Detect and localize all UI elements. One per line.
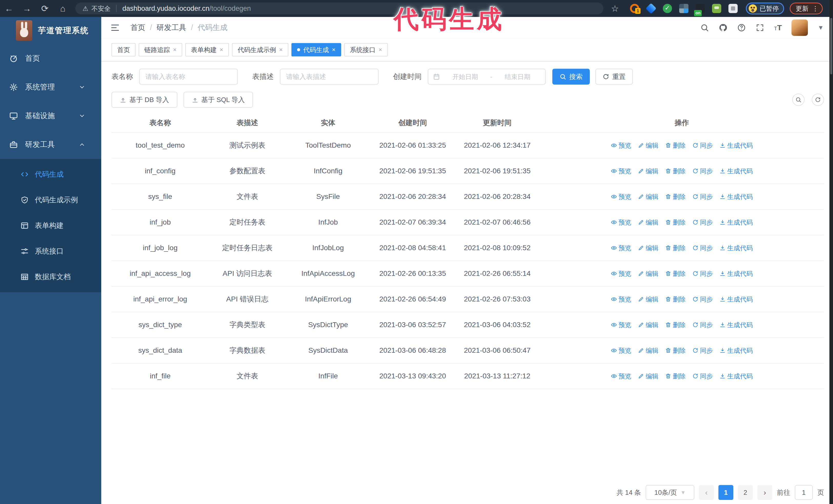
reset-button[interactable]: 重置: [595, 69, 633, 85]
sidebar-item-infrastructure[interactable]: 基础设施: [0, 101, 101, 130]
action-delete-button[interactable]: 删除: [665, 192, 686, 201]
toggle-search-button[interactable]: [792, 94, 805, 106]
extension-icon-3[interactable]: [663, 4, 672, 13]
scrollbar-thumb[interactable]: [830, 18, 832, 74]
app-logo[interactable]: 芋道管理系统: [0, 17, 101, 44]
action-edit-button[interactable]: 编辑: [638, 192, 659, 201]
extension-icon-4[interactable]: [679, 4, 688, 13]
action-preview-button[interactable]: 预览: [611, 346, 631, 355]
tab-close-icon[interactable]: ×: [279, 47, 283, 53]
browser-menu-dots-icon[interactable]: ⋮: [812, 5, 818, 12]
end-date-placeholder[interactable]: 结束日期: [494, 73, 541, 81]
address-bar[interactable]: ⚠ 不安全 dashboard.yudao.iocoder.cn /tool/c…: [75, 3, 603, 14]
sidebar-item-system-api[interactable]: 系统接口: [0, 238, 101, 264]
tab-close-icon[interactable]: ×: [379, 47, 382, 53]
hamburger-icon[interactable]: [111, 23, 120, 32]
import-db-button[interactable]: 基于 DB 导入: [112, 92, 177, 108]
extensions-puzzle-icon[interactable]: [729, 4, 738, 13]
action-sync-button[interactable]: 同步: [692, 192, 713, 201]
bookmark-star-icon[interactable]: ☆: [611, 3, 619, 14]
action-delete-button[interactable]: 删除: [665, 295, 686, 304]
action-edit-button[interactable]: 编辑: [638, 141, 659, 150]
action-sync-button[interactable]: 同步: [692, 372, 713, 380]
extension-icon-2[interactable]: [646, 3, 657, 14]
action-generate-button[interactable]: 生成代码: [719, 269, 753, 278]
action-delete-button[interactable]: 删除: [665, 346, 686, 355]
github-icon[interactable]: [719, 23, 728, 32]
tab-tracing[interactable]: 链路追踪×: [139, 43, 182, 56]
action-generate-button[interactable]: 生成代码: [719, 346, 753, 355]
action-edit-button[interactable]: 编辑: [638, 269, 659, 278]
next-page-button[interactable]: ›: [757, 485, 772, 500]
action-edit-button[interactable]: 编辑: [638, 167, 659, 175]
goto-page-input[interactable]: [795, 485, 813, 500]
sidebar-item-dev-tools[interactable]: 研发工具: [0, 130, 101, 159]
fullscreen-icon[interactable]: [756, 23, 764, 32]
table-desc-input[interactable]: [280, 69, 379, 85]
action-preview-button[interactable]: 预览: [611, 295, 631, 304]
action-edit-button[interactable]: 编辑: [638, 346, 659, 355]
breadcrumb-dev-tools[interactable]: 研发工具: [157, 23, 186, 33]
action-generate-button[interactable]: 生成代码: [719, 141, 753, 150]
action-delete-button[interactable]: 删除: [665, 218, 686, 226]
action-delete-button[interactable]: 删除: [665, 372, 686, 380]
tab-codegen-example[interactable]: 代码生成示例×: [232, 43, 288, 56]
help-icon[interactable]: [737, 23, 746, 32]
action-generate-button[interactable]: 生成代码: [719, 295, 753, 304]
action-delete-button[interactable]: 删除: [665, 167, 686, 175]
action-delete-button[interactable]: 删除: [665, 141, 686, 150]
sidebar-item-db-doc[interactable]: 数据库文档: [0, 264, 101, 290]
page-button-2[interactable]: 2: [738, 485, 753, 500]
page-size-select[interactable]: 10条/页 ▼: [646, 485, 694, 500]
page-button-1[interactable]: 1: [718, 485, 733, 500]
search-button[interactable]: 搜索: [552, 69, 590, 85]
browser-home-icon[interactable]: ⌂: [54, 4, 72, 14]
action-sync-button[interactable]: 同步: [692, 269, 713, 278]
extension-icon-6[interactable]: [712, 4, 721, 13]
date-range-picker[interactable]: 开始日期 - 结束日期: [428, 69, 546, 85]
action-edit-button[interactable]: 编辑: [638, 320, 659, 329]
extension-icon-1[interactable]: 1: [630, 4, 639, 13]
tab-close-icon[interactable]: ×: [332, 47, 335, 53]
avatar-caret-down-icon[interactable]: ▼: [818, 24, 824, 31]
action-sync-button[interactable]: 同步: [692, 295, 713, 304]
profile-paused-badge[interactable]: 已暂停: [746, 3, 784, 14]
action-generate-button[interactable]: 生成代码: [719, 243, 753, 252]
search-icon[interactable]: [700, 23, 709, 32]
action-preview-button[interactable]: 预览: [611, 192, 631, 201]
action-delete-button[interactable]: 删除: [665, 243, 686, 252]
window-scrollbar[interactable]: [829, 0, 833, 504]
browser-update-button[interactable]: 更新 ⋮: [790, 3, 823, 14]
tab-home[interactable]: 首页: [112, 43, 136, 56]
action-delete-button[interactable]: 删除: [665, 269, 686, 278]
tab-system-api[interactable]: 系统接口×: [344, 43, 388, 56]
action-edit-button[interactable]: 编辑: [638, 295, 659, 304]
tab-close-icon[interactable]: ×: [220, 47, 223, 53]
action-generate-button[interactable]: 生成代码: [719, 218, 753, 226]
action-preview-button[interactable]: 预览: [611, 218, 631, 226]
action-sync-button[interactable]: 同步: [692, 243, 713, 252]
sidebar-item-codegen-example[interactable]: 代码生成示例: [0, 187, 101, 213]
action-sync-button[interactable]: 同步: [692, 320, 713, 329]
action-generate-button[interactable]: 生成代码: [719, 167, 753, 175]
tab-codegen[interactable]: 代码生成×: [291, 43, 341, 56]
start-date-placeholder[interactable]: 开始日期: [442, 73, 488, 81]
action-preview-button[interactable]: 预览: [611, 243, 631, 252]
action-sync-button[interactable]: 同步: [692, 346, 713, 355]
action-preview-button[interactable]: 预览: [611, 269, 631, 278]
action-generate-button[interactable]: 生成代码: [719, 372, 753, 380]
table-name-input[interactable]: [139, 69, 238, 85]
import-sql-button[interactable]: 基于 SQL 导入: [184, 92, 253, 108]
breadcrumb-home[interactable]: 首页: [130, 23, 145, 33]
action-edit-button[interactable]: 编辑: [638, 372, 659, 380]
action-delete-button[interactable]: 删除: [665, 320, 686, 329]
prev-page-button[interactable]: ‹: [699, 485, 714, 500]
refresh-table-button[interactable]: [812, 94, 824, 106]
action-preview-button[interactable]: 预览: [611, 320, 631, 329]
action-generate-button[interactable]: 生成代码: [719, 192, 753, 201]
sidebar-item-codegen[interactable]: 代码生成: [0, 162, 101, 187]
tab-form-builder[interactable]: 表单构建×: [185, 43, 229, 56]
browser-forward-icon[interactable]: →: [18, 4, 36, 14]
sidebar-item-system-admin[interactable]: 系统管理: [0, 73, 101, 101]
sidebar-item-form-builder[interactable]: 表单构建: [0, 213, 101, 238]
